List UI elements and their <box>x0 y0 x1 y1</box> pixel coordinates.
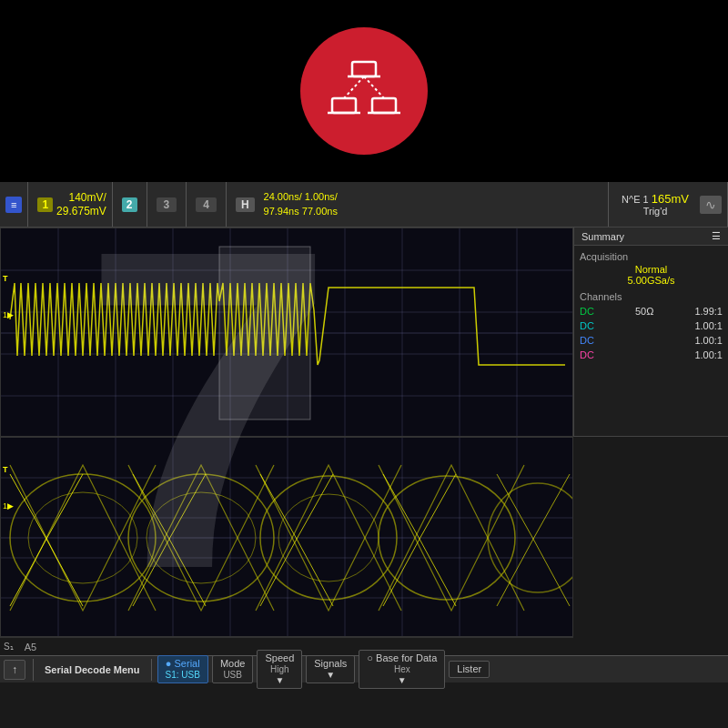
ch1-impedance: 50Ω <box>635 306 653 317</box>
svg-line-6 <box>344 76 364 98</box>
ch3-section: 3 <box>147 182 187 227</box>
toolbar: ≡ 1 140mV/ 29.675mV 2 3 4 H 24.00ns/ 1.0… <box>0 182 728 228</box>
ch4-badge: 4 <box>196 197 217 212</box>
separator-1 <box>33 659 34 681</box>
trig-mv: 165mV <box>652 192 689 206</box>
network-icon <box>328 55 400 127</box>
summary-icon: ☰ <box>712 230 721 242</box>
mode-button[interactable]: Mode USB <box>212 655 254 683</box>
ch-label-1p-bottom: 1▶ <box>3 501 14 511</box>
time-ns3: 97.94ns <box>264 206 299 217</box>
h-badge: H <box>236 197 255 212</box>
logo-circle <box>300 27 428 155</box>
waveform-top: T 1▶ <box>0 228 573 437</box>
ch4-probe: 1.00:1 <box>694 349 723 360</box>
signals-button[interactable]: Signals ▼ <box>306 655 355 683</box>
ch3-probe: 1.00:1 <box>694 335 723 346</box>
base-sub: Hex <box>394 664 410 675</box>
logo-area <box>0 0 728 182</box>
summary-content: Acquisition Normal 5.00GSa/s Channels DC… <box>574 246 728 368</box>
ch1-mv2: 29.675mV <box>56 205 106 217</box>
svg-rect-0 <box>352 62 376 76</box>
time-ns1: 24.00ns/ <box>264 191 302 202</box>
mode-label: Mode <box>220 658 246 670</box>
ch3-row: DC 1.00:1 <box>580 333 723 348</box>
trigger-display: N^E 1 165mV Trig'd <box>614 192 696 217</box>
ch1-badge: 1 <box>37 197 53 212</box>
svg-line-7 <box>364 76 384 98</box>
acquisition-rate: 5.00GSa/s <box>580 275 723 286</box>
base-label: ○ Base for Data <box>367 652 437 664</box>
ch4-section: 4 <box>187 182 227 227</box>
base-arrow-icon: ▼ <box>398 675 407 686</box>
ch4-coupling: DC <box>580 349 594 360</box>
ch1-coupling: DC <box>580 306 594 317</box>
channels-label: Channels <box>580 291 723 302</box>
mode-sub: USB <box>223 670 242 681</box>
eye-diagram <box>1 438 573 637</box>
svg-rect-4 <box>372 98 396 113</box>
s1-label: S₁ <box>0 642 17 652</box>
speed-label: Speed <box>265 652 294 664</box>
grid-top <box>1 228 573 437</box>
ch3-badge: 3 <box>157 197 177 212</box>
speed-button[interactable]: Speed High ▼ <box>257 650 302 689</box>
time-display: 24.00ns/ 1.00ns/ 97.94ns 77.00ns <box>258 190 343 218</box>
ch1-probe: 1.99:1 <box>694 306 723 317</box>
decode-menu-title: Serial Decode Menu <box>37 664 147 675</box>
serial-button[interactable]: ● Serial S1: USB <box>157 655 208 683</box>
serial-sub: S1: USB <box>166 670 200 681</box>
ch1-section[interactable]: 1 140mV/ 29.675mV <box>28 182 112 227</box>
trigger-section: N^E 1 165mV Trig'd ∿ <box>609 182 728 227</box>
speed-arrow-icon: ▼ <box>275 675 284 686</box>
menu-section: ≡ <box>0 182 28 227</box>
ch2-row: DC 1.00:1 <box>580 318 723 333</box>
time-section: H 24.00ns/ 1.00ns/ 97.94ns 77.00ns <box>227 182 609 227</box>
waveform-bottom: T 1▶ <box>0 437 573 637</box>
ch-label-1p-top: 1▶ <box>3 310 14 319</box>
decode-menu: ↑ Serial Decode Menu ● Serial S1: USB Mo… <box>0 655 728 682</box>
menu-button[interactable]: ≡ <box>5 197 22 213</box>
ch2-coupling: DC <box>580 320 594 331</box>
lister-decode-button[interactable]: Lister <box>449 661 490 678</box>
ch2-probe: 1.00:1 <box>694 320 723 331</box>
speed-sub: High <box>270 664 289 675</box>
ch3-coupling: DC <box>580 335 594 346</box>
base-radio: ○ <box>367 652 373 663</box>
signals-arrow-icon: ▼ <box>326 670 335 681</box>
ch-label-t-bottom: T <box>3 465 8 474</box>
time-ns2: 1.00ns/ <box>305 191 338 202</box>
summary-header: Summary ☰ <box>574 228 728 246</box>
lister-decode-label: Lister <box>457 663 481 675</box>
ch2-section[interactable]: 2 <box>113 182 147 227</box>
summary-panel: Summary ☰ Acquisition Normal 5.00GSa/s C… <box>573 228 728 437</box>
trig-state: Trig'd <box>622 206 689 217</box>
ch1-row: DC 50Ω 1.99:1 <box>580 304 723 318</box>
ch1-mv1: 140mV/ <box>56 191 106 204</box>
oscilloscope-container: ≡ 1 140mV/ 29.675mV 2 3 4 H 24.00ns/ 1.0… <box>0 182 728 728</box>
acquisition-mode: Normal <box>580 264 723 275</box>
svg-rect-2 <box>332 98 356 113</box>
ch2-badge: 2 <box>122 197 137 212</box>
separator-2 <box>151 659 152 681</box>
ch4-row: DC 1.00:1 <box>580 348 723 362</box>
time-ns4: 77.00ns <box>302 206 338 217</box>
menu-icon: ≡ <box>11 199 16 210</box>
serial-radio: ● <box>166 658 172 669</box>
signals-label: Signals <box>314 658 347 670</box>
waveform-icon: ∿ <box>700 196 722 214</box>
trig-label: N^E 1 <box>622 194 649 205</box>
ch-label-t-top: T <box>3 274 8 283</box>
ch1-display: 140mV/ 29.675mV <box>56 191 106 217</box>
serial-label: ● Serial <box>166 658 200 670</box>
acquisition-label: Acquisition <box>580 251 723 262</box>
a5-label: A5 <box>17 642 36 652</box>
up-arrow-button[interactable]: ↑ <box>4 660 25 680</box>
summary-title: Summary <box>581 231 624 242</box>
base-for-data-button[interactable]: ○ Base for Data Hex ▼ <box>359 650 445 689</box>
